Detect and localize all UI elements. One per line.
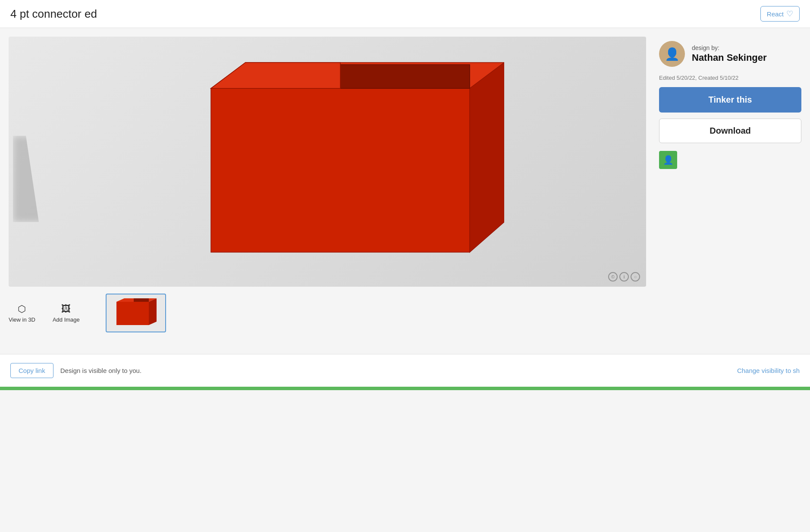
- change-visibility-link[interactable]: Change visibility to sh: [737, 367, 800, 374]
- svg-marker-11: [134, 298, 149, 302]
- license-icons: © i ○: [608, 272, 640, 282]
- bottom-bar: Copy link Design is visible only to you.…: [0, 354, 810, 387]
- bottom-accent: [0, 387, 810, 390]
- view-3d-button[interactable]: ⬡ View in 3D: [9, 304, 35, 323]
- view-3d-label: View in 3D: [9, 316, 35, 323]
- svg-marker-6: [340, 65, 470, 88]
- svg-marker-7: [211, 63, 340, 88]
- tinker-button[interactable]: Tinker this: [659, 87, 801, 113]
- svg-marker-10: [149, 298, 157, 325]
- edit-date: Edited 5/20/22, Created 5/10/22: [659, 75, 801, 81]
- page-header: 4 pt connector ed React ♡: [0, 0, 810, 28]
- thumbnail-strip: [106, 294, 166, 332]
- copy-link-button[interactable]: Copy link: [10, 363, 53, 378]
- model-3d-svg: [151, 54, 504, 269]
- svg-marker-8: [116, 302, 149, 325]
- user-badge: 👤: [659, 151, 677, 169]
- thumbnail-svg: [110, 297, 162, 329]
- cube-icon: ⬡: [18, 304, 26, 315]
- image-icon: 🖼: [61, 304, 71, 315]
- designer-info: design by: Nathan Sekinger: [692, 44, 767, 63]
- info-panel: 👤 design by: Nathan Sekinger Edited 5/20…: [646, 37, 801, 337]
- design-by-label: design by:: [692, 44, 767, 51]
- main-content: © i ○ ⬡ View in 3D 🖼 Add Image: [0, 28, 810, 337]
- user-icon: 👤: [663, 155, 674, 165]
- bottom-left: Copy link Design is visible only to you.: [10, 363, 141, 378]
- avatar: 👤: [659, 41, 685, 67]
- svg-marker-0: [211, 88, 470, 252]
- heart-icon: ♡: [786, 9, 793, 19]
- info-icon: i: [619, 272, 629, 282]
- download-button[interactable]: Download: [659, 119, 801, 143]
- thumbnail-item[interactable]: [106, 294, 166, 332]
- viewer-controls: ⬡ View in 3D 🖼 Add Image: [9, 287, 646, 337]
- add-image-button[interactable]: 🖼 Add Image: [53, 304, 80, 323]
- react-button[interactable]: React ♡: [760, 6, 800, 22]
- model-svg: [9, 37, 646, 287]
- visibility-text: Design is visible only to you.: [60, 367, 141, 374]
- designer-card: 👤 design by: Nathan Sekinger: [659, 41, 801, 67]
- designer-name: Nathan Sekinger: [692, 52, 767, 63]
- page-title: 4 pt connector ed: [10, 7, 97, 21]
- viewer-section: © i ○ ⬡ View in 3D 🖼 Add Image: [9, 37, 646, 337]
- add-image-label: Add Image: [53, 316, 80, 323]
- react-label: React: [767, 10, 784, 18]
- svg-marker-2: [470, 63, 504, 252]
- cc-icon: ©: [608, 272, 618, 282]
- sa-icon: ○: [631, 272, 640, 282]
- model-viewport: © i ○: [9, 37, 646, 287]
